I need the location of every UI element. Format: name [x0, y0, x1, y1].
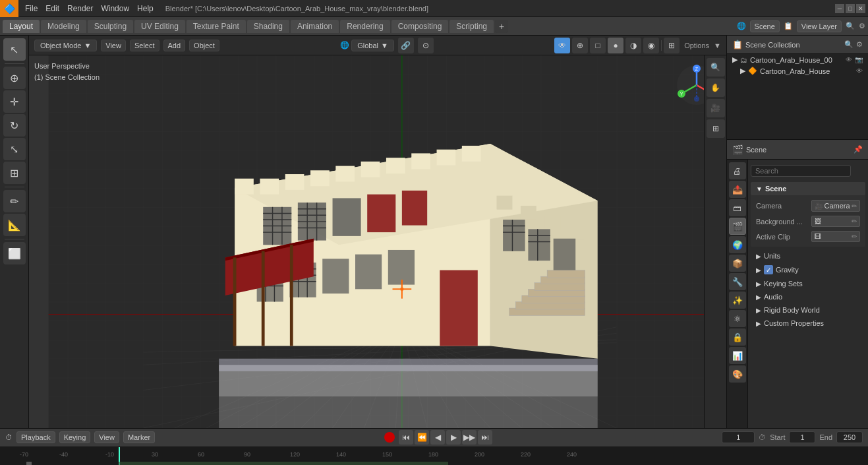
- minimize-button[interactable]: ─: [835, 4, 844, 13]
- tab-layout[interactable]: Layout: [3, 20, 40, 33]
- tab-animation[interactable]: Animation: [291, 20, 339, 33]
- rotate-tool-button[interactable]: ↻: [3, 114, 26, 137]
- render-vis-icon[interactable]: 📷: [855, 56, 863, 63]
- tab-shading[interactable]: Shading: [247, 20, 289, 33]
- background-edit-icon[interactable]: ✏: [852, 218, 857, 225]
- step-backward-button[interactable]: ◀: [430, 430, 445, 445]
- tab-rendering[interactable]: Rendering: [340, 20, 390, 33]
- output-props-button[interactable]: 📤: [729, 181, 746, 198]
- measure-tool-button[interactable]: 📐: [3, 214, 26, 236]
- object-props-button[interactable]: 📦: [729, 255, 746, 272]
- options-button[interactable]: ⊞: [664, 38, 680, 53]
- viewport-canvas[interactable]: User Perspective (1) Scene Collection Z: [29, 55, 726, 428]
- view-layer-props-button[interactable]: 🗃: [729, 199, 746, 216]
- tab-sculpting[interactable]: Sculpting: [88, 20, 133, 33]
- audio-section[interactable]: ▶ Audio: [751, 290, 865, 303]
- properties-pin-icon[interactable]: 📌: [854, 145, 863, 154]
- zoom-in-button[interactable]: 🔍: [707, 58, 725, 77]
- constraints-props-button[interactable]: 🔒: [729, 328, 746, 346]
- rigid-body-world-section[interactable]: ▶ Rigid Body World: [751, 303, 865, 317]
- keying-menu[interactable]: Keying: [59, 431, 91, 443]
- render-props-button[interactable]: 🖨: [729, 162, 746, 179]
- playback-menu[interactable]: Playback: [16, 431, 55, 443]
- cursor-tool-button[interactable]: ⊕: [3, 67, 26, 89]
- rendered-shading[interactable]: ◉: [643, 38, 659, 53]
- move-tool-button[interactable]: ✛: [3, 90, 26, 113]
- marker-menu[interactable]: Marker: [123, 431, 155, 443]
- particles-props-button[interactable]: ✨: [729, 292, 746, 309]
- gizmo-toggle[interactable]: ⊕: [572, 38, 588, 53]
- jump-to-start-button[interactable]: ⏮: [399, 430, 413, 445]
- material-props-button[interactable]: 🎨: [729, 365, 746, 383]
- select-tool-button[interactable]: ↖: [3, 38, 26, 61]
- play-backward-button[interactable]: ⏪: [415, 430, 429, 445]
- background-value[interactable]: 🖼 ✏: [811, 216, 860, 227]
- material-preview-shading[interactable]: ◑: [625, 38, 641, 53]
- start-frame-input[interactable]: [789, 431, 815, 443]
- outliner-expand-icon[interactable]: ▶: [732, 55, 738, 64]
- physics-props-button[interactable]: ⚛: [729, 310, 746, 327]
- scene-selector[interactable]: Scene: [750, 20, 780, 32]
- annotate-tool-button[interactable]: ✏: [3, 190, 26, 212]
- visibility-icon-child[interactable]: 👁: [856, 67, 863, 75]
- tab-scripting[interactable]: Scripting: [449, 20, 494, 33]
- outliner-filter-icon[interactable]: 🔍: [844, 40, 854, 49]
- pan-button[interactable]: ✋: [707, 78, 725, 97]
- view-menu-timeline[interactable]: View: [94, 431, 119, 443]
- menu-edit[interactable]: Edit: [42, 4, 63, 13]
- camera-value[interactable]: 🎥 Camera ✏: [811, 200, 860, 212]
- orthographic-view-button[interactable]: ⊞: [707, 119, 725, 138]
- viewport-view-menu[interactable]: View: [101, 40, 126, 51]
- blender-logo[interactable]: 🔷: [0, 0, 18, 17]
- tab-compositing[interactable]: Compositing: [391, 20, 449, 33]
- record-button[interactable]: [384, 432, 395, 443]
- viewport-add-menu[interactable]: Add: [163, 40, 186, 51]
- snap-toggle[interactable]: 🔗: [398, 38, 414, 53]
- scene-section-header[interactable]: ▼ Scene: [751, 182, 865, 195]
- outliner-item[interactable]: ▶ 🗂 Cartoon_Arab_House_00 👁 📷: [727, 54, 868, 65]
- gravity-checkbox[interactable]: ✓: [764, 265, 773, 274]
- tab-modeling[interactable]: Modeling: [41, 20, 86, 33]
- proportional-edit-toggle[interactable]: ⊙: [418, 38, 434, 53]
- keying-sets-section[interactable]: ▶ Keying Sets: [751, 277, 865, 290]
- modifier-props-button[interactable]: 🔧: [729, 273, 746, 290]
- outliner-settings-icon[interactable]: ⚙: [856, 40, 863, 49]
- outliner-expand-icon-child[interactable]: ▶: [740, 67, 745, 75]
- camera-view-button[interactable]: 🎥: [707, 99, 725, 117]
- object-mode-selector[interactable]: Object Mode ▼: [34, 40, 97, 51]
- scale-tool-button[interactable]: ⤡: [3, 138, 26, 160]
- visibility-icon[interactable]: 👁: [846, 56, 852, 63]
- outliner-item-child[interactable]: ▶ 🔶 Cartoon_Arab_House 👁: [727, 65, 868, 77]
- active-clip-edit-icon[interactable]: ✏: [852, 233, 857, 240]
- maximize-button[interactable]: □: [846, 4, 855, 13]
- camera-edit-icon[interactable]: ✏: [852, 202, 857, 210]
- menu-help[interactable]: Help: [133, 4, 158, 13]
- close-button[interactable]: ✕: [856, 4, 865, 13]
- timeline-track[interactable]: -70 -40 -10 30 60 90 120 140 150 180 200…: [0, 447, 868, 465]
- view-layer-selector[interactable]: View Layer: [797, 20, 842, 32]
- menu-window[interactable]: Window: [97, 4, 133, 13]
- custom-properties-section[interactable]: ▶ Custom Properties: [751, 317, 865, 330]
- menu-file[interactable]: File: [21, 4, 42, 13]
- current-frame-input[interactable]: 1: [722, 431, 755, 443]
- transform-tool-button[interactable]: ⊞: [3, 162, 26, 184]
- step-forward-button[interactable]: ▶▶: [462, 430, 477, 445]
- units-section[interactable]: ▶ Units: [751, 249, 865, 263]
- transform-orientation-selector[interactable]: Global ▼: [351, 40, 394, 51]
- play-forward-button[interactable]: ▶: [446, 430, 461, 445]
- viewport-object-menu[interactable]: Object: [189, 40, 219, 51]
- active-clip-value[interactable]: 🎞 ✏: [811, 231, 860, 242]
- scene-props-button[interactable]: 🎬: [729, 218, 746, 235]
- add-object-button[interactable]: ⬜: [3, 242, 26, 264]
- tab-texture-paint[interactable]: Texture Paint: [187, 20, 246, 33]
- tab-uv-editing[interactable]: UV Editing: [134, 20, 185, 33]
- data-props-button[interactable]: 📊: [729, 347, 746, 364]
- wireframe-shading[interactable]: □: [590, 38, 606, 53]
- end-frame-input[interactable]: [836, 431, 863, 443]
- menu-render[interactable]: Render: [63, 4, 97, 13]
- viewport-select-menu[interactable]: Select: [130, 40, 159, 51]
- solid-shading[interactable]: ●: [608, 38, 623, 53]
- gravity-section[interactable]: ▶ ✓ Gravity: [751, 263, 865, 277]
- world-props-button[interactable]: 🌍: [729, 236, 746, 253]
- add-workspace-button[interactable]: +: [495, 20, 508, 33]
